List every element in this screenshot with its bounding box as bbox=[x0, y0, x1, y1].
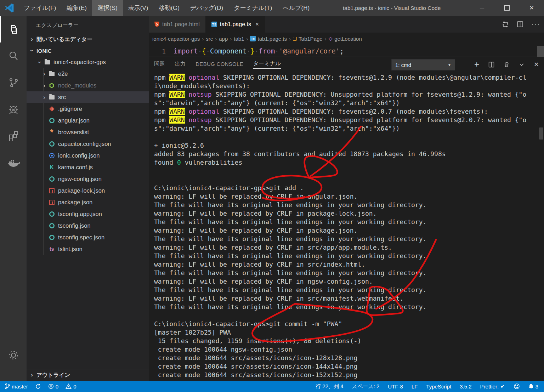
tree-item-angular.json[interactable]: ›angular.json bbox=[27, 115, 149, 126]
tree-item-node_modules[interactable]: ›node_modules bbox=[27, 80, 149, 91]
source-control-icon[interactable] bbox=[0, 69, 27, 96]
docker-icon[interactable] bbox=[0, 149, 27, 175]
project-section-ionic[interactable]: › IONIC bbox=[27, 45, 149, 56]
tree-item-.gitignore[interactable]: ›.gitignore bbox=[27, 103, 149, 115]
panel-tab-問題[interactable]: 問題 bbox=[154, 61, 165, 69]
menu-item-5[interactable]: 移動(G) bbox=[153, 0, 185, 16]
chevron-right-icon[interactable]: › bbox=[42, 72, 47, 76]
tree-item-tslint.json[interactable]: ›tstslint.json bbox=[27, 243, 149, 255]
sidebar-title: エクスプローラー bbox=[27, 16, 149, 34]
split-editor-icon[interactable] bbox=[517, 21, 523, 28]
terminal-select[interactable]: 1: cmd ▼ bbox=[391, 59, 455, 70]
tree-item-label: angular.json bbox=[58, 117, 90, 124]
tree-item-ngsw-config.json[interactable]: ›ngsw-config.json bbox=[27, 173, 149, 185]
config-json-icon bbox=[49, 118, 55, 123]
panel-tab-DEBUG CONSOLE[interactable]: DEBUG CONSOLE bbox=[196, 61, 243, 68]
editor-tab-bar: 5tab1.page.htmlTStab1.page.ts× bbox=[149, 16, 544, 33]
status-left-3[interactable]: 0 bbox=[48, 384, 58, 390]
close-panel-icon[interactable]: ✕ bbox=[534, 61, 539, 68]
terminal-line-23: warning: LF will be replaced by CRLF in … bbox=[154, 260, 538, 269]
breadcrumb-item-ionic4-capacitor-gps[interactable]: ionic4-capacitor-gps bbox=[152, 36, 200, 42]
tree-item-src[interactable]: ›src bbox=[27, 91, 149, 103]
scrollbar-thumb[interactable] bbox=[539, 127, 543, 140]
tree-item-capacitor.config.json[interactable]: ›capacitor.config.json bbox=[27, 138, 149, 150]
menu-item-7[interactable]: ターミナル(T) bbox=[228, 0, 277, 16]
search-icon[interactable] bbox=[0, 42, 27, 69]
outline-section[interactable]: › アウトライン bbox=[27, 369, 149, 381]
maximize-button[interactable] bbox=[494, 0, 519, 16]
tree-item-e2e[interactable]: ›e2e bbox=[27, 68, 149, 80]
open-editors-section[interactable]: › 開いているエディター bbox=[27, 34, 149, 45]
breadcrumb-item-app[interactable]: app bbox=[219, 36, 228, 42]
breadcrumb-item-tab1.page.ts[interactable]: TStab1.page.ts bbox=[250, 36, 287, 42]
menu-item-2[interactable]: 編集(E) bbox=[61, 0, 92, 16]
tree-item-ionic.config.json[interactable]: ›ionic.config.json bbox=[27, 150, 149, 161]
terminal-line-22: The file will have its original line end… bbox=[154, 252, 538, 260]
menu-item-8[interactable]: ヘルプ(H) bbox=[277, 0, 315, 16]
chevron-down-icon[interactable]: › bbox=[37, 60, 42, 65]
tab-tab1.page.ts[interactable]: TStab1.page.ts× bbox=[206, 16, 265, 33]
status-right-9[interactable]: 3 bbox=[528, 384, 538, 390]
minimap[interactable] bbox=[537, 46, 544, 58]
panel-tab-出力[interactable]: 出力 bbox=[175, 61, 186, 69]
tab-tab1.page.html[interactable]: 5tab1.page.html bbox=[149, 16, 206, 33]
split-terminal-icon[interactable] bbox=[488, 62, 494, 68]
explorer-icon[interactable] bbox=[0, 16, 27, 42]
tree-item-tsconfig.spec.json[interactable]: ›tsconfig.spec.json bbox=[27, 232, 149, 243]
new-terminal-icon[interactable]: + bbox=[474, 59, 479, 69]
tree-item-label: ionic.config.json bbox=[58, 152, 100, 159]
tree-item-ionic4-capacitor-gps[interactable]: ›ionic4-capacitor-gps bbox=[27, 56, 149, 68]
menu-item-1[interactable]: ファイル(F) bbox=[18, 0, 61, 16]
debug-icon[interactable] bbox=[0, 96, 27, 122]
terminal-line-12 bbox=[154, 167, 538, 175]
minimize-button[interactable]: ─ bbox=[470, 0, 494, 16]
chevron-right-icon[interactable]: › bbox=[42, 83, 47, 88]
menu-item-3[interactable]: 選択(S) bbox=[92, 0, 123, 16]
breadcrumb-item-getLocation[interactable]: ◇getLocation bbox=[329, 35, 362, 42]
status-right-7[interactable]: Prettier:✔ bbox=[480, 383, 505, 390]
menu-item-6[interactable]: デバッグ(D) bbox=[185, 0, 228, 16]
open-changes-icon[interactable] bbox=[502, 21, 509, 28]
class-symbol-icon bbox=[293, 37, 297, 41]
tree-item-browserslist[interactable]: ›*browserslist bbox=[27, 126, 149, 138]
extensions-icon[interactable] bbox=[0, 122, 27, 149]
status-right-1[interactable]: 行 22、列 4 bbox=[316, 383, 343, 390]
breadcrumb-separator-icon: › bbox=[229, 36, 232, 42]
terminal-line-25: warning: LF will be replaced by CRLF in … bbox=[154, 277, 538, 286]
chevron-right-icon[interactable]: › bbox=[42, 95, 47, 100]
tree-item-label: ionic4-capacitor-gps bbox=[53, 59, 106, 66]
window-controls: ─ ✕ bbox=[470, 0, 544, 16]
status-left-1[interactable]: master bbox=[5, 383, 28, 390]
code-line[interactable]: 1 import·{·Component·}·from·'@angular/co… bbox=[149, 45, 538, 57]
tree-item-package.json[interactable]: ›package.json bbox=[27, 197, 149, 208]
terminal-output[interactable]: npm WARN optional SKIPPING OPTIONAL DEPE… bbox=[154, 73, 538, 379]
tree-item-tsconfig.json[interactable]: ›tsconfig.json bbox=[27, 220, 149, 232]
breadcrumb-item-Tab1Page[interactable]: Tab1Page bbox=[293, 36, 323, 42]
menu-item-4[interactable]: 表示(V) bbox=[123, 0, 154, 16]
breadcrumb-item-src[interactable]: src bbox=[206, 36, 213, 42]
status-right-6[interactable]: 3.5.2 bbox=[460, 384, 471, 390]
tree-item-tsconfig.app.json[interactable]: ›tsconfig.app.json bbox=[27, 208, 149, 220]
status-right-8[interactable] bbox=[514, 383, 520, 390]
more-actions-icon[interactable]: ··· bbox=[531, 20, 540, 28]
explorer-sidebar: エクスプローラー › 開いているエディター › IONIC ›ionic4-ca… bbox=[27, 16, 149, 381]
status-right-3[interactable]: UTF-8 bbox=[388, 384, 403, 390]
breadcrumb-item-tab1[interactable]: tab1 bbox=[234, 36, 244, 42]
typescript-file-icon: TS bbox=[250, 36, 256, 41]
settings-gear-icon[interactable] bbox=[0, 342, 27, 368]
chevron-down-icon[interactable] bbox=[519, 62, 525, 67]
kill-terminal-icon[interactable] bbox=[504, 61, 510, 68]
status-left-4[interactable]: 0 bbox=[66, 384, 76, 390]
close-button[interactable]: ✕ bbox=[519, 0, 544, 16]
status-right-2[interactable]: スペース: 2 bbox=[352, 383, 380, 390]
tree-item-label: karma.conf.js bbox=[58, 164, 93, 171]
terminal-line-1: npm WARN optional SKIPPING OPTIONAL DEPE… bbox=[154, 73, 538, 82]
status-right-5[interactable]: TypeScript bbox=[426, 384, 451, 390]
status-left-2[interactable] bbox=[35, 384, 41, 390]
panel-tab-ターミナル[interactable]: ターミナル bbox=[253, 60, 281, 69]
tree-item-package-lock.json[interactable]: ›package-lock.json bbox=[27, 185, 149, 197]
tree-item-karma.conf.js[interactable]: ›Kkarma.conf.js bbox=[27, 161, 149, 173]
status-right-4[interactable]: LF bbox=[412, 384, 418, 390]
close-icon[interactable]: × bbox=[255, 21, 259, 28]
terminal-line-27: warning: LF will be replaced by CRLF in … bbox=[154, 294, 538, 303]
